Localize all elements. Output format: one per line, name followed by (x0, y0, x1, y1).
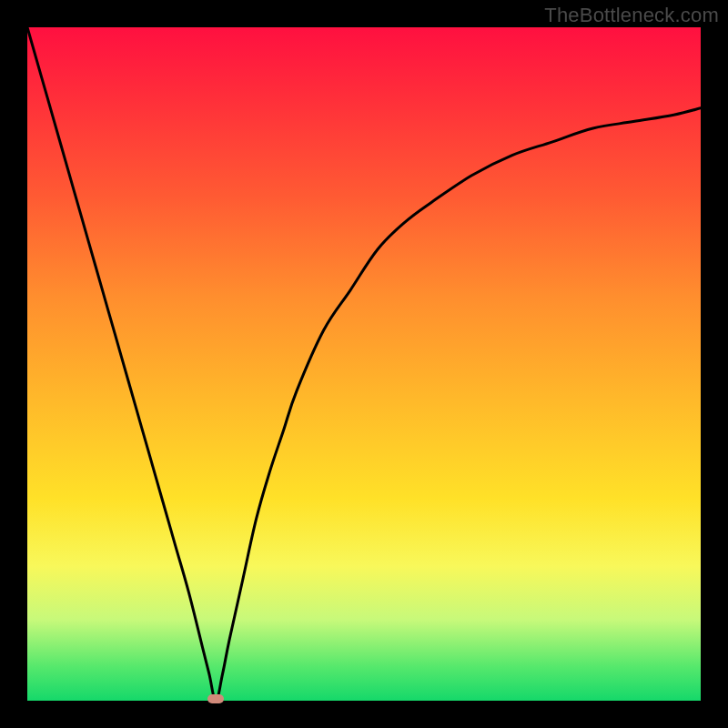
minimum-marker (207, 694, 224, 703)
watermark-text: TheBottleneck.com (544, 4, 719, 27)
bottleneck-curve (27, 27, 701, 701)
curve-svg (27, 27, 701, 701)
chart-frame: TheBottleneck.com (0, 0, 728, 728)
plot-area (27, 27, 701, 701)
